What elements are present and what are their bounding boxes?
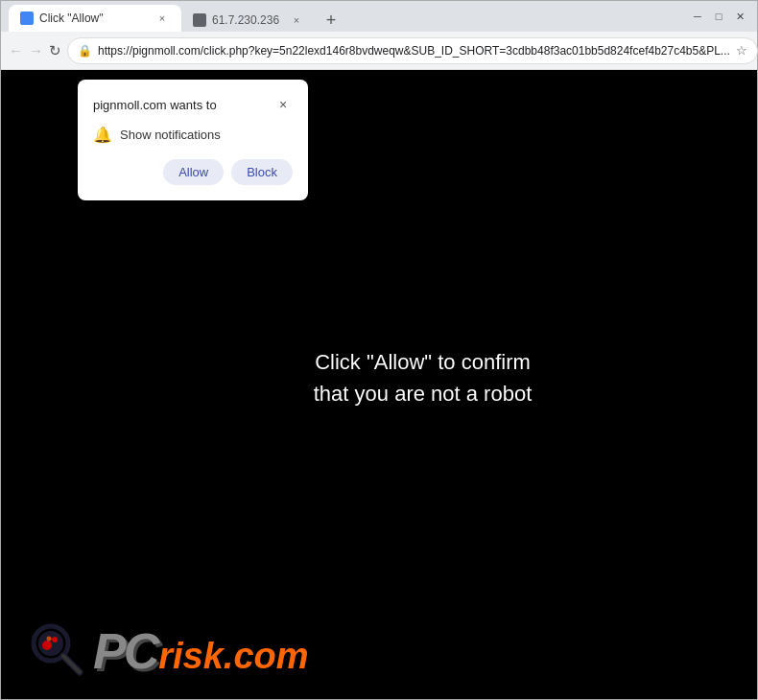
- bell-icon: 🔔: [93, 126, 112, 144]
- title-bar: Click "Allow" × 61.7.230.236 × + ─ □ ✕: [1, 1, 757, 32]
- popup-actions: Allow Block: [93, 159, 293, 185]
- back-icon: ←: [9, 42, 23, 58]
- refresh-icon: ↻: [49, 42, 61, 59]
- page-content: pignmoll.com wants to × 🔔 Show notificat…: [1, 70, 757, 699]
- tab-2-label: 61.7.230.236: [212, 13, 283, 27]
- tab-2-close[interactable]: ×: [289, 12, 304, 28]
- svg-point-2: [42, 641, 52, 650]
- svg-point-4: [47, 637, 52, 642]
- risk-logo-text: risk.com: [158, 638, 308, 674]
- main-text-line2: that you are not a robot: [314, 378, 533, 409]
- pcrisk-magnifier-icon: [30, 622, 87, 680]
- popup-notification-row: 🔔 Show notifications: [93, 126, 293, 144]
- popup-header: pignmoll.com wants to ×: [93, 95, 293, 114]
- address-bar[interactable]: 🔒 https://pignmoll.com/click.php?key=5n2…: [67, 37, 758, 64]
- new-tab-button[interactable]: +: [320, 9, 343, 32]
- lock-icon: 🔒: [78, 44, 92, 58]
- tab-1-close[interactable]: ×: [154, 11, 170, 26]
- tab-bar: Click "Allow" × 61.7.230.236 × +: [9, 1, 684, 32]
- main-page-text: Click "Allow" to confirm that you are no…: [314, 346, 533, 409]
- window-controls: ─ □ ✕: [688, 7, 749, 26]
- back-button[interactable]: ←: [9, 37, 23, 64]
- tab-1-favicon: [20, 12, 34, 25]
- tab-2[interactable]: 61.7.230.236 ×: [181, 9, 316, 32]
- popup-title: pignmoll.com wants to: [93, 98, 217, 112]
- svg-point-3: [52, 637, 58, 642]
- notification-popup: pignmoll.com wants to × 🔔 Show notificat…: [78, 80, 308, 200]
- popup-close-button[interactable]: ×: [273, 95, 293, 114]
- popup-notification-label: Show notifications: [120, 128, 221, 142]
- pc-logo-letters: PC: [93, 626, 156, 676]
- minimize-button[interactable]: ─: [688, 7, 707, 26]
- toolbar: ← → ↻ 🔒 https://pignmoll.com/click.php?k…: [1, 32, 757, 70]
- forward-button[interactable]: →: [29, 37, 43, 64]
- tab-1[interactable]: Click "Allow" ×: [9, 5, 181, 32]
- browser-window: Click "Allow" × 61.7.230.236 × + ─ □ ✕ ←…: [0, 0, 758, 700]
- tab-2-favicon: [193, 13, 206, 27]
- svg-line-6: [63, 656, 80, 672]
- pcrisk-logo: PC risk.com: [30, 622, 309, 680]
- block-button[interactable]: Block: [231, 159, 293, 185]
- bookmark-icon[interactable]: ☆: [736, 43, 747, 58]
- tab-1-label: Click "Allow": [39, 12, 149, 25]
- main-text-line1: Click "Allow" to confirm: [314, 346, 533, 378]
- close-button[interactable]: ✕: [730, 7, 749, 26]
- allow-button[interactable]: Allow: [163, 159, 224, 185]
- maximize-button[interactable]: □: [709, 7, 728, 26]
- refresh-button[interactable]: ↻: [49, 37, 61, 64]
- forward-icon: →: [29, 42, 43, 58]
- url-text: https://pignmoll.com/click.php?key=5n22l…: [98, 44, 730, 58]
